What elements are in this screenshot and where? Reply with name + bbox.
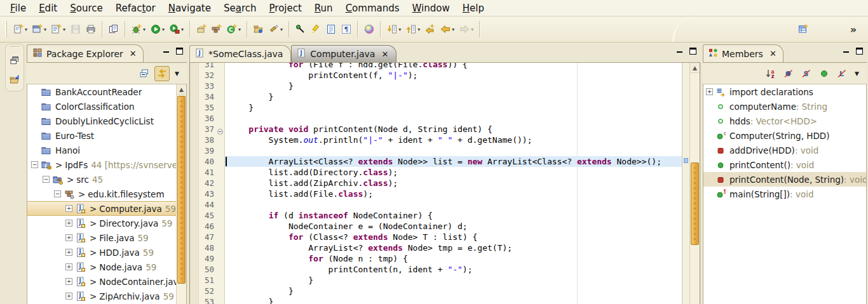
annotation-ruler[interactable]	[190, 63, 199, 304]
code-line-34[interactable]: }	[225, 91, 682, 102]
expander-plus-icon[interactable]: +	[65, 249, 72, 256]
maximize-icon[interactable]	[689, 48, 696, 55]
source-view-button[interactable]	[323, 20, 339, 38]
import-wizard-button[interactable]	[194, 20, 209, 38]
expander-plus-icon[interactable]: +	[65, 293, 72, 300]
menu-edit[interactable]: Edit	[32, 1, 64, 15]
code-line-53[interactable]: }	[225, 296, 682, 304]
dropdown-chevron-icon[interactable]: ▾	[143, 27, 146, 32]
tree-item-IpdFs[interactable]: −J>IpdFs44 [https://svnserver.i	[27, 157, 176, 172]
minimize-icon[interactable]	[676, 48, 683, 54]
fast-view-grip[interactable]	[10, 46, 20, 48]
menu-search[interactable]: Search	[217, 1, 263, 15]
code-line-32[interactable]: printContent(f, "|-");	[225, 70, 682, 81]
view-menu-icon[interactable]: ▼	[852, 70, 862, 77]
minimize-icon[interactable]	[163, 48, 170, 54]
new-package-button[interactable]	[209, 20, 224, 38]
run-external-button[interactable]: ▾	[167, 20, 186, 38]
code-line-41[interactable]: list.add(Directory.class);	[225, 167, 682, 178]
code-line-45[interactable]: if (d instanceof NodeContainer) {	[225, 210, 682, 221]
menu-file[interactable]: File	[4, 1, 32, 15]
member-item-addDrive-HDD-[interactable]: addDrive(HDD) : void	[703, 143, 866, 157]
dropdown-chevron-icon[interactable]: ▾	[280, 27, 283, 32]
tree-item-File.java[interactable]: +J>File.java59	[27, 230, 176, 245]
tree-item-DoublyLinkedCyclicList[interactable]: DoublyLinkedCyclicList	[27, 114, 176, 128]
expander-minus-icon[interactable]: −	[43, 176, 50, 183]
next-annotation-button[interactable]: ▾	[384, 20, 403, 38]
code-line-44[interactable]	[225, 199, 682, 210]
maximize-icon[interactable]	[856, 48, 863, 55]
close-icon[interactable]: ✕	[130, 49, 137, 58]
tree-item-Computer.java[interactable]: +J>Computer.java59	[27, 201, 176, 216]
tree-item-Node.java[interactable]: +J>Node.java59	[27, 260, 176, 274]
prev-annotation-button[interactable]: ▾	[403, 20, 423, 38]
fold-collapse-icon[interactable]	[217, 129, 223, 135]
member-item-Computer-String-HDD-[interactable]: cComputer(String, HDD)	[703, 128, 866, 143]
dropdown-chevron-icon[interactable]: ▾	[452, 27, 454, 32]
expander-plus-icon[interactable]: +	[65, 205, 72, 212]
highlighter-button[interactable]	[308, 20, 323, 38]
hide-local-types-button[interactable]: L	[834, 66, 850, 81]
expander-plus-icon[interactable]: +	[65, 220, 72, 227]
open-folder-button[interactable]	[7, 72, 22, 87]
code-line-33[interactable]: }	[225, 81, 682, 91]
toolbar-overflow-icon[interactable]: »	[848, 23, 859, 36]
menu-run[interactable]: Run	[308, 1, 339, 15]
tab-computer-java[interactable]: J Computer.java ✕	[291, 45, 397, 62]
dropdown-chevron-icon[interactable]: ▾	[63, 27, 65, 32]
maximize-icon[interactable]	[176, 48, 183, 55]
menu-help[interactable]: Help	[456, 1, 491, 15]
code-line-42[interactable]: list.add(ZipArchiv.class);	[225, 178, 682, 188]
code-line-36[interactable]	[225, 113, 682, 124]
dropdown-chevron-icon[interactable]: ▾	[398, 27, 401, 32]
member-item-computerName[interactable]: computerName : String	[703, 99, 866, 114]
collapse-all-button[interactable]	[137, 66, 152, 81]
run-button[interactable]: ▾	[148, 20, 167, 38]
expander-minus-icon[interactable]: −	[54, 190, 61, 197]
package-tree-scrollbar[interactable]: ▲	[176, 84, 186, 304]
print-button[interactable]	[83, 20, 98, 38]
scroll-up-icon[interactable]: ▲	[177, 84, 186, 95]
tree-item-ColorClassification[interactable]: ColorClassification	[27, 99, 176, 114]
tree-item-Hanoi[interactable]: Hanoi	[27, 143, 176, 157]
goto-marker-button[interactable]	[293, 20, 308, 38]
dropdown-chevron-icon[interactable]: ▾	[25, 27, 27, 32]
save-button[interactable]	[68, 20, 83, 38]
restore-panes-button[interactable]	[7, 53, 22, 68]
code-line-38[interactable]: System.out.println("|-" + ident + " " + …	[225, 135, 682, 145]
toolbar-grip[interactable]	[5, 21, 7, 37]
code-line-47[interactable]: for (Class<? extends Node> T : list) {	[225, 232, 682, 242]
new-wizard-button[interactable]: ▾	[11, 20, 30, 38]
scrollbar-thumb[interactable]	[177, 96, 186, 284]
menu-commands[interactable]: Commands	[339, 1, 406, 15]
code-line-50[interactable]: printContent(n, ident + "-");	[225, 264, 682, 275]
code-line-39[interactable]	[225, 145, 682, 156]
member-item-main-String-[interactable]: Smain(String[]) : void	[703, 187, 866, 201]
open-type-button[interactable]	[251, 20, 266, 38]
menu-refactor[interactable]: Refactor	[109, 1, 162, 15]
show-public-button[interactable]	[817, 66, 832, 81]
tree-item-edu.kit.filesystem[interactable]: −>edu.kit.filesystem	[27, 187, 176, 201]
folding-ruler[interactable]	[216, 63, 225, 304]
code-editor[interactable]: 3132333435363738394041424344454647484950…	[189, 63, 700, 304]
code-text-area[interactable]: for (File f : hdd.get(File.class)) { pri…	[225, 63, 682, 304]
expander-plus-icon[interactable]: +	[706, 88, 713, 95]
sort-button[interactable]: az	[763, 66, 778, 81]
editor-scrollbar[interactable]: ▲	[689, 63, 700, 304]
tree-item-Directory.java[interactable]: +J>Directory.java59	[27, 216, 176, 230]
new-class-button[interactable]: C▾	[224, 20, 243, 38]
scrollbar-thumb[interactable]	[691, 162, 699, 245]
browser-sphere-button[interactable]	[362, 20, 377, 38]
menu-source[interactable]: Source	[64, 1, 109, 15]
expander-plus-icon[interactable]: +	[65, 263, 72, 270]
member-item-hdds[interactable]: hdds : Vector<HDD>	[703, 114, 866, 128]
scroll-up-icon[interactable]: ▲	[690, 63, 700, 73]
expander-plus-icon[interactable]: +	[65, 234, 72, 241]
hide-static-button[interactable]: S	[799, 66, 814, 81]
tree-item-Euro-Test[interactable]: Euro-Test	[27, 128, 176, 143]
tab-package-explorer[interactable]: Package Explorer ✕	[27, 44, 144, 62]
code-line-51[interactable]: }	[225, 275, 682, 286]
tree-item-NodeContainer.java[interactable]: +J>NodeContainer.java59	[27, 274, 176, 289]
dropdown-chevron-icon[interactable]: ▾	[162, 27, 165, 32]
member-item-printContent-[interactable]: printContent() : void	[703, 157, 866, 172]
